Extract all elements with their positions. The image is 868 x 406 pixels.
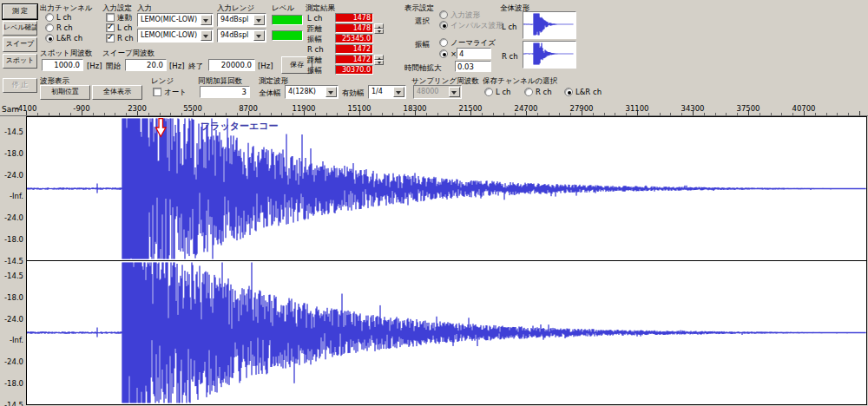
- result-row-label: 距離: [307, 56, 322, 66]
- y-axis-label: -18.0: [0, 149, 23, 158]
- dropdown-arrow-icon: [201, 30, 212, 41]
- ruler-tick-label: 5500: [183, 104, 202, 113]
- result-row-label: R ch: [307, 45, 324, 54]
- flutter-echo-arrow-icon: [155, 118, 167, 138]
- y-axis-label: -24.0: [0, 315, 23, 324]
- time-axis-zoom-input[interactable]: 0.03: [455, 61, 491, 72]
- display-settings-title: 表示設定: [404, 3, 434, 14]
- output-rch-radio[interactable]: R ch: [45, 23, 73, 32]
- full-view-button[interactable]: 全体表示: [92, 85, 142, 100]
- spinner-down-icon[interactable]: [374, 60, 384, 65]
- total-width-label: 全体幅: [259, 88, 281, 99]
- radio-icon: [439, 38, 448, 47]
- dropdown-value: LEMO(MIC-LOW): [141, 16, 197, 23]
- measure-button[interactable]: 測 定: [3, 4, 37, 19]
- dropdown-value: 94dBspl: [220, 16, 248, 23]
- waveform-panel-l[interactable]: [26, 116, 867, 261]
- dropdown-arrow-icon: [253, 15, 265, 25]
- radio-label: L ch: [496, 88, 511, 96]
- overview-waveform-r: [523, 41, 576, 69]
- radio-label: L&R ch: [575, 88, 602, 96]
- checkbox-label: 連動: [117, 13, 132, 22]
- level-check-button[interactable]: レベル確認: [3, 21, 37, 36]
- result-value-display: 1478: [335, 23, 373, 33]
- ruler-tick-label: 11900: [292, 104, 315, 113]
- ruler-tick-label: 8700: [239, 104, 258, 113]
- input-lch-checkbox[interactable]: L ch: [106, 23, 133, 32]
- checkbox-icon: [106, 13, 115, 22]
- effective-width-dropdown[interactable]: 1/4: [368, 85, 406, 99]
- output-lrch-radio[interactable]: L&R ch: [45, 34, 82, 43]
- radio-selected-icon: [439, 21, 448, 29]
- ruler-tick-label: 2300: [128, 104, 147, 113]
- stop-button: 停 止: [3, 78, 37, 93]
- radio-label: R ch: [536, 88, 552, 96]
- dropdown-value: 48000: [417, 88, 438, 95]
- radio-icon: [439, 10, 448, 19]
- input-rch-checkbox[interactable]: R ch: [106, 34, 134, 43]
- radio-icon: [524, 88, 533, 96]
- dropdown-value: 1/4: [372, 88, 383, 95]
- total-width-dropdown[interactable]: 4(128K): [285, 85, 339, 99]
- result-value-display: 25345.0: [335, 34, 373, 43]
- result-value-display: 1472: [335, 44, 373, 54]
- radio-label: インパルス波形: [450, 21, 503, 29]
- radio-label: ノーマライズ: [450, 38, 496, 47]
- initial-position-button[interactable]: 初期位置: [40, 85, 90, 100]
- checkbox-label: オート: [164, 88, 187, 96]
- input-device-l-dropdown[interactable]: LEMO(MIC-LOW): [137, 13, 214, 27]
- ruler-tick-label: 27900: [569, 104, 593, 113]
- checkbox-checked-icon: [106, 23, 115, 32]
- ruler-tick-label: 18300: [403, 104, 426, 113]
- distance-spinner-r[interactable]: [374, 55, 384, 65]
- spot-frequency-input[interactable]: 1000.0: [42, 59, 83, 71]
- spinner-down-icon[interactable]: [374, 29, 384, 34]
- sync-count-input[interactable]: 3: [200, 86, 250, 98]
- dropdown-arrow-icon: [393, 87, 404, 97]
- amplitude-multiplier-input[interactable]: 4: [457, 48, 491, 59]
- result-value-display: 1478: [335, 13, 373, 23]
- sweep-start-input[interactable]: 20.0: [125, 59, 167, 71]
- ruler-tick-label: 21500: [458, 104, 482, 113]
- auto-range-checkbox[interactable]: オート: [153, 88, 187, 98]
- result-row-label: L ch: [307, 14, 323, 23]
- y-axis-label: -24.0: [0, 213, 23, 222]
- save-rch-radio[interactable]: R ch: [524, 88, 552, 96]
- radio-icon: [45, 34, 54, 43]
- save-lrch-radio[interactable]: L&R ch: [564, 88, 602, 96]
- input-waveform-radio: 入力波形: [439, 10, 480, 21]
- y-axis-label: -Inf.: [0, 192, 23, 200]
- range-title: レンジ: [151, 76, 174, 87]
- hz-unit-label: [Hz]: [87, 62, 102, 70]
- sweep-frequency-title: スイープ周波数: [102, 49, 155, 59]
- output-lch-radio[interactable]: L ch: [45, 13, 72, 22]
- radio-icon: [484, 88, 493, 96]
- spot-button[interactable]: スポット: [3, 54, 37, 69]
- y-axis-label: -14.5: [0, 401, 23, 406]
- waveform-panel-r[interactable]: [26, 260, 867, 405]
- sweep-end-input[interactable]: 20000.0: [208, 59, 255, 71]
- overview-waveform-l: [523, 11, 576, 39]
- input-range-l-dropdown[interactable]: 94dBspl: [217, 13, 266, 27]
- distance-spinner-l[interactable]: [374, 23, 384, 34]
- result-row-label: 振幅: [307, 66, 322, 76]
- checkbox-label: R ch: [117, 34, 134, 43]
- radio-icon: [45, 23, 54, 32]
- result-value-display: 1472: [335, 55, 373, 64]
- input-range-r-dropdown[interactable]: 94dBspl: [217, 29, 266, 43]
- multiply-radio[interactable]: ×: [439, 49, 457, 58]
- input-device-r-dropdown[interactable]: LEMO(MIC-LOW): [137, 29, 214, 43]
- radio-selected-icon: [439, 49, 448, 58]
- checkbox-checked-icon: [106, 34, 115, 43]
- sweep-button[interactable]: スイープ: [3, 37, 37, 52]
- overview-r-label: R ch: [502, 52, 518, 61]
- sweep-end-label: 終了: [188, 62, 203, 72]
- time-axis-zoom-label: 時間軸拡大: [404, 63, 442, 74]
- radio-label: L&R ch: [56, 34, 82, 43]
- y-axis-label: -18.0: [0, 379, 23, 388]
- save-lch-radio[interactable]: L ch: [484, 88, 511, 96]
- amplitude-label: 振幅: [415, 40, 430, 50]
- measurement-waveform-title: 測定波形: [259, 76, 288, 87]
- radio-label: 入力波形: [450, 10, 480, 19]
- radio-selected-icon: [564, 88, 573, 96]
